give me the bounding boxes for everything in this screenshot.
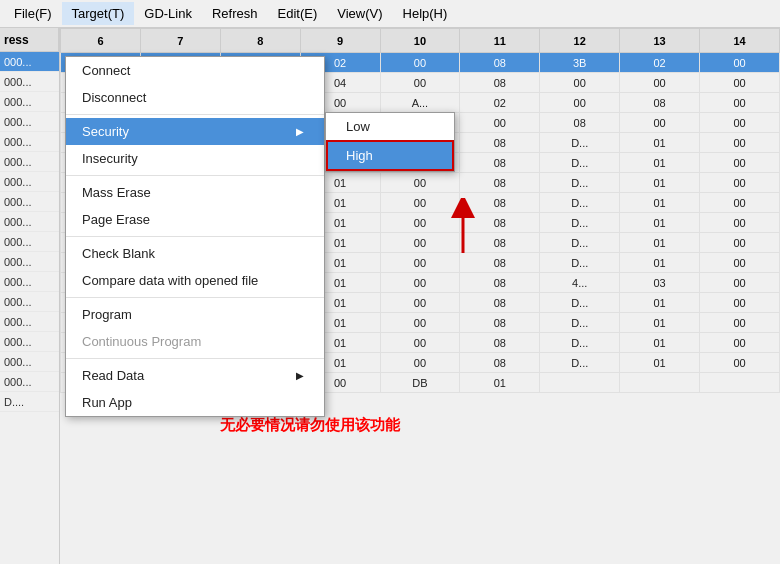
data-cell: 00 xyxy=(700,353,780,373)
data-cell: 00 xyxy=(700,173,780,193)
col-header: 8 xyxy=(220,29,300,53)
data-cell: 08 xyxy=(460,133,540,153)
addr-row: 000... xyxy=(0,92,59,112)
submenu-arrow-icon: ▶ xyxy=(296,126,304,137)
data-cell: 01 xyxy=(620,253,700,273)
data-cell: 00 xyxy=(700,233,780,253)
menu-item-disconnect[interactable]: Disconnect xyxy=(66,84,324,111)
data-cell: 03 xyxy=(620,273,700,293)
data-cell: D... xyxy=(540,333,620,353)
data-cell: D... xyxy=(540,253,620,273)
menu-view[interactable]: View(V) xyxy=(327,2,392,25)
data-cell: 01 xyxy=(620,133,700,153)
menu-separator xyxy=(66,175,324,176)
data-cell: 00 xyxy=(700,193,780,213)
submenu-item-high-label: High xyxy=(346,148,373,163)
menu-item-read-data-label: Read Data xyxy=(82,368,144,383)
data-cell: 00 xyxy=(380,233,460,253)
data-cell: 00 xyxy=(620,73,700,93)
data-cell: 01 xyxy=(620,313,700,333)
data-cell: 08 xyxy=(460,353,540,373)
data-cell: 01 xyxy=(620,353,700,373)
addr-row: 000... xyxy=(0,132,59,152)
addr-row: 000... xyxy=(0,112,59,132)
menu-item-insecurity[interactable]: Insecurity xyxy=(66,145,324,172)
menu-gdlink[interactable]: GD-Link xyxy=(134,2,202,25)
menu-separator xyxy=(66,236,324,237)
data-cell: 02 xyxy=(620,53,700,73)
main-content: ress 000... 000... 000... 000... 000... … xyxy=(0,28,780,564)
data-cell: 08 xyxy=(460,333,540,353)
data-cell: 00 xyxy=(380,213,460,233)
data-cell: 00 xyxy=(700,273,780,293)
data-cell: 01 xyxy=(620,193,700,213)
menu-help[interactable]: Help(H) xyxy=(393,2,458,25)
data-cell: 00 xyxy=(700,73,780,93)
col-header: 12 xyxy=(540,29,620,53)
data-cell: DB xyxy=(380,373,460,393)
data-cell: 00 xyxy=(700,253,780,273)
data-cell: 08 xyxy=(460,293,540,313)
data-cell: D... xyxy=(540,313,620,333)
menu-item-connect[interactable]: Connect xyxy=(66,57,324,84)
data-cell: 00 xyxy=(380,333,460,353)
data-cell: A... xyxy=(380,93,460,113)
data-cell: D... xyxy=(540,173,620,193)
column-headers: 6 7 8 9 10 11 12 13 14 xyxy=(61,29,780,53)
data-cell: 08 xyxy=(460,273,540,293)
data-cell: 08 xyxy=(460,173,540,193)
data-cell: 00 xyxy=(700,53,780,73)
data-cell: 00 xyxy=(700,153,780,173)
menu-item-compare[interactable]: Compare data with opened file xyxy=(66,267,324,294)
menubar: File(F) Target(T) GD-Link Refresh Edit(E… xyxy=(0,0,780,28)
data-cell: 08 xyxy=(460,213,540,233)
addr-row: 000... xyxy=(0,352,59,372)
data-cell: 08 xyxy=(460,313,540,333)
menu-file[interactable]: File(F) xyxy=(4,2,62,25)
data-cell: 00 xyxy=(380,53,460,73)
target-menu: Connect Disconnect Security ▶ Insecurity… xyxy=(65,56,325,417)
data-cell: 08 xyxy=(620,93,700,113)
data-cell: 00 xyxy=(700,93,780,113)
menu-target[interactable]: Target(T) xyxy=(62,2,135,25)
data-cell xyxy=(620,373,700,393)
data-cell: 00 xyxy=(460,113,540,133)
data-cell xyxy=(700,373,780,393)
data-cell: D... xyxy=(540,153,620,173)
data-cell: 00 xyxy=(700,113,780,133)
submenu-item-high[interactable]: High xyxy=(326,140,454,171)
data-cell: 00 xyxy=(700,213,780,233)
addr-row: 000... xyxy=(0,232,59,252)
menu-item-read-data[interactable]: Read Data ▶ xyxy=(66,362,324,389)
col-header: 6 xyxy=(61,29,141,53)
data-cell: 00 xyxy=(540,93,620,113)
addr-row: 000... xyxy=(0,312,59,332)
menu-item-page-erase[interactable]: Page Erase xyxy=(66,206,324,233)
data-cell: 08 xyxy=(460,193,540,213)
data-cell: 00 xyxy=(700,133,780,153)
data-cell: 00 xyxy=(380,253,460,273)
menu-item-program[interactable]: Program xyxy=(66,301,324,328)
data-cell: 08 xyxy=(460,73,540,93)
menu-refresh[interactable]: Refresh xyxy=(202,2,268,25)
data-cell: 01 xyxy=(620,233,700,253)
data-cell: D... xyxy=(540,233,620,253)
menu-edit[interactable]: Edit(E) xyxy=(268,2,328,25)
data-cell: 08 xyxy=(460,253,540,273)
data-cell: 01 xyxy=(460,373,540,393)
addr-row: 000... xyxy=(0,172,59,192)
addr-row: 000... xyxy=(0,72,59,92)
data-cell: 08 xyxy=(540,113,620,133)
menu-item-mass-erase[interactable]: Mass Erase xyxy=(66,179,324,206)
col-header: 14 xyxy=(700,29,780,53)
menu-item-run-app[interactable]: Run App xyxy=(66,389,324,416)
data-cell: 08 xyxy=(460,153,540,173)
data-cell: 00 xyxy=(380,313,460,333)
menu-item-security[interactable]: Security ▶ xyxy=(66,118,324,145)
data-cell: 01 xyxy=(620,173,700,193)
menu-item-check-blank[interactable]: Check Blank xyxy=(66,240,324,267)
address-column: ress 000... 000... 000... 000... 000... … xyxy=(0,28,60,564)
data-cell: 01 xyxy=(620,333,700,353)
col-header: 11 xyxy=(460,29,540,53)
submenu-item-low[interactable]: Low xyxy=(326,113,454,140)
